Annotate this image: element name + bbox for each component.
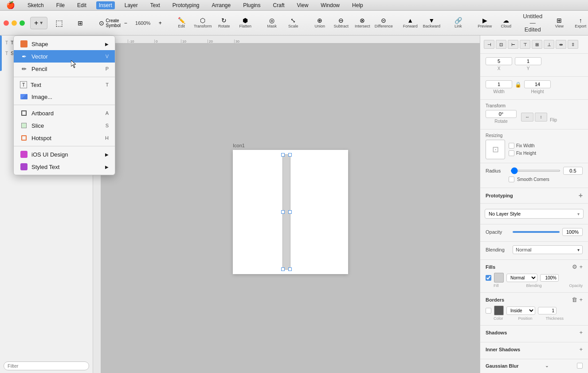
fix-width-checkbox[interactable]	[509, 143, 514, 149]
forward-btn[interactable]: ▲ Forward	[400, 16, 420, 30]
prototyping-add-btn[interactable]: +	[579, 192, 583, 200]
create-symbol-btn[interactable]: ⊙ Create Symbol	[100, 16, 119, 30]
smooth-corners-checkbox[interactable]	[509, 177, 514, 182]
handle-top-left[interactable]	[281, 153, 285, 157]
align-left-btn[interactable]: ⊣	[484, 40, 494, 49]
apple-menu[interactable]: 🍎	[4, 0, 18, 10]
radius-slider[interactable]	[510, 170, 561, 172]
menu-text[interactable]: Text	[148, 1, 163, 9]
menu-insert[interactable]: Insert	[96, 1, 115, 9]
align-right-btn[interactable]: ⊢	[508, 40, 518, 49]
handle-top-right[interactable]	[288, 153, 292, 157]
borders-add-btn[interactable]: +	[579, 296, 583, 303]
borders-trash-btn[interactable]: 🗑	[572, 296, 577, 303]
transform-btn[interactable]: ⬡ Transform	[193, 16, 212, 30]
preview-btn[interactable]: ▶ Preview	[475, 16, 494, 30]
menu-view[interactable]: View	[294, 1, 311, 9]
fill-blend-select[interactable]: Normal	[506, 274, 537, 282]
fill-color-swatch[interactable]	[494, 273, 504, 283]
dropdown-item-slice[interactable]: Slice S	[14, 119, 115, 132]
flip-h-btn[interactable]: ↔	[521, 113, 533, 122]
align-top-btn[interactable]: ⊤	[520, 40, 530, 49]
flatten-btn[interactable]: ⬢ Flatten	[235, 16, 255, 30]
selected-element[interactable]	[282, 154, 290, 270]
filter-input[interactable]	[4, 361, 89, 370]
export-btn[interactable]: ↑ Export	[571, 16, 588, 30]
close-button[interactable]	[4, 20, 9, 26]
select-tool[interactable]: ⬚	[49, 17, 69, 29]
gaussian-blur-chevron-icon[interactable]: ⌄	[545, 363, 549, 368]
dropdown-item-artboard[interactable]: Artboard A	[14, 107, 115, 119]
border-enabled-checkbox[interactable]	[486, 308, 491, 314]
maximize-button[interactable]	[20, 20, 25, 26]
dropdown-item-styled-text[interactable]: Styled Text ▶	[14, 161, 115, 173]
zoom-out-btn[interactable]: −	[121, 18, 130, 28]
menu-help[interactable]: Help	[349, 1, 366, 9]
view-btn[interactable]: ⊞ View	[549, 16, 569, 30]
blending-dropdown[interactable]: Normal ▾	[513, 245, 583, 254]
difference-btn[interactable]: ⊝ Difference	[374, 16, 393, 30]
subtract-btn[interactable]: ⊖ Subtract	[331, 16, 351, 30]
dropdown-item-shape[interactable]: Shape ▶	[14, 38, 115, 50]
rotate-input[interactable]	[486, 110, 517, 118]
scale-btn[interactable]: ⤡ Scale	[283, 16, 303, 30]
link-btn[interactable]: 🔗 Link	[448, 16, 468, 30]
resizing-diagram[interactable]: ⊡	[486, 140, 505, 159]
dropdown-item-pencil[interactable]: ✏ Pencil P	[14, 63, 115, 75]
edit-btn[interactable]: ✏️ Edit	[172, 16, 191, 30]
align-center-h-btn[interactable]: ⊡	[496, 40, 506, 49]
gaussian-blur-checkbox[interactable]	[577, 363, 583, 369]
dropdown-item-text[interactable]: T Text T	[14, 79, 115, 90]
menu-layer[interactable]: Layer	[122, 1, 141, 9]
lock-ratio-btn[interactable]: 🔒	[515, 82, 521, 88]
menu-file[interactable]: File	[54, 1, 67, 9]
fill-enabled-checkbox[interactable]	[486, 275, 491, 281]
menu-window[interactable]: Window	[318, 1, 342, 9]
fills-add-btn[interactable]: +	[579, 263, 583, 270]
opacity-value-input[interactable]	[562, 228, 583, 236]
border-color-swatch[interactable]	[494, 306, 504, 315]
fills-gear-btn[interactable]: ⚙	[572, 263, 577, 270]
layer-style-dropdown[interactable]: No Layer Style ▾	[485, 209, 584, 219]
flip-v-btn[interactable]: ↕	[535, 113, 547, 122]
artboard[interactable]	[233, 150, 348, 274]
menu-arrange[interactable]: Arrange	[209, 1, 233, 9]
menu-prototyping[interactable]: Prototyping	[170, 1, 202, 9]
size-height-input[interactable]	[524, 80, 551, 88]
handle-mid-right[interactable]	[288, 210, 292, 214]
zoom-in-btn[interactable]: +	[156, 18, 165, 28]
intersect-btn[interactable]: ⊗ Intersect	[353, 16, 372, 30]
menu-craft[interactable]: Craft	[270, 1, 287, 9]
backward-btn[interactable]: ▼ Backward	[422, 16, 441, 30]
rotate-btn[interactable]: ↻ Rotate	[214, 16, 234, 30]
radius-value-input[interactable]	[563, 167, 583, 175]
handle-bottom-left[interactable]	[281, 267, 285, 271]
inner-shadows-add-btn[interactable]: +	[579, 346, 583, 353]
menu-sketch[interactable]: Sketch	[25, 1, 47, 9]
fix-height-checkbox[interactable]	[509, 150, 514, 156]
shadows-add-btn[interactable]: +	[579, 329, 583, 336]
dropdown-item-vector[interactable]: ✒ Vector V	[14, 50, 115, 63]
create-symbol-tool[interactable]: ⊞	[71, 18, 90, 28]
canvas-work[interactable]: Icon1	[101, 43, 480, 373]
cloud-btn[interactable]: ☁ Cloud	[496, 16, 516, 30]
menu-edit[interactable]: Edit	[74, 1, 89, 9]
position-y-input[interactable]: 1	[515, 57, 541, 65]
dropdown-item-hotspot[interactable]: Hotspot H	[14, 132, 115, 144]
minimize-button[interactable]	[12, 20, 17, 26]
fill-opacity-input[interactable]	[540, 274, 559, 282]
border-thickness-input[interactable]	[538, 307, 557, 314]
border-position-select[interactable]: Inside	[506, 306, 535, 315]
dist-v-btn[interactable]: ⇳	[568, 40, 578, 49]
handle-mid-left[interactable]	[281, 210, 285, 214]
dropdown-item-image[interactable]: Image...	[14, 90, 115, 103]
opacity-slider[interactable]	[513, 231, 560, 233]
canvas-area[interactable]: -20 -10 0 10 20 30 10 20 Icon1	[93, 35, 480, 373]
menu-plugins[interactable]: Plugins	[240, 1, 263, 9]
align-bottom-btn[interactable]: ⊥	[544, 40, 554, 49]
handle-bottom-right[interactable]	[288, 267, 292, 271]
union-btn[interactable]: ⊕ Union	[310, 16, 329, 30]
dropdown-item-ios-ui[interactable]: iOS UI Design ▶	[14, 148, 115, 161]
size-width-input[interactable]	[486, 80, 512, 88]
align-center-v-btn[interactable]: ⊞	[532, 40, 542, 49]
